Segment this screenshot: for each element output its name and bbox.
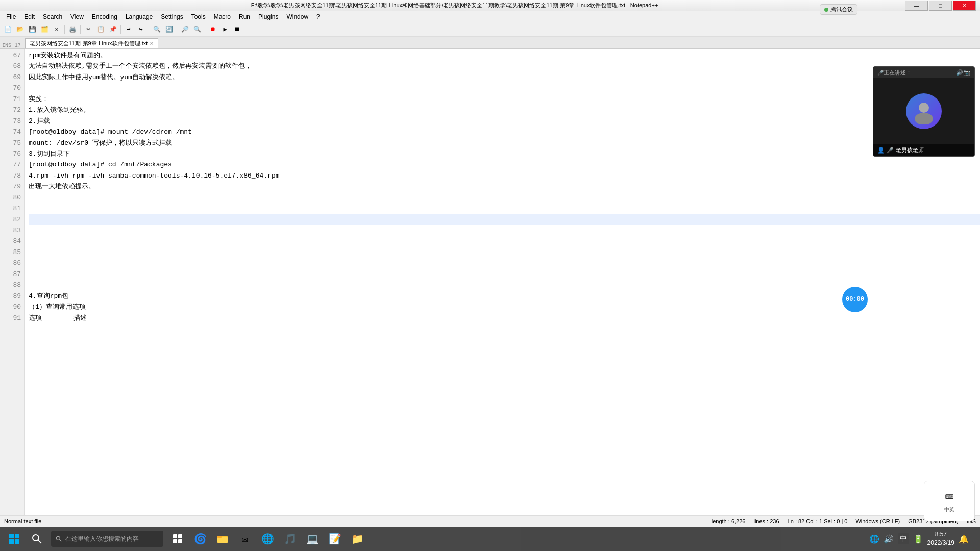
editor-line[interactable]: 无法自动解决依赖,需要手工一个个安装依赖包，然后再安装需要的软件包， [29, 61, 980, 71]
cmd-icon[interactable]: 💻 [302, 529, 323, 549]
chrome-icon[interactable]: 🌐 [257, 529, 278, 549]
editor-line[interactable]: mount: /dev/sr0 写保护，将以只读方式挂载 [29, 138, 980, 148]
taskbar-left: 在这里输入你想搜索的内容 🌀 ✉️ 🌐 🎵 💻 📝 📁 [4, 529, 368, 549]
tab-main-file[interactable]: 老男孩网络安全11期-第9章-Linux软件包管理.txt ✕ [25, 38, 159, 48]
menu-encoding[interactable]: Encoding [88, 11, 121, 22]
network-icon[interactable]: 🌐 [869, 534, 879, 544]
toolbar-find[interactable]: 🔍 [151, 24, 162, 35]
mail-icon[interactable]: ✉️ [235, 529, 255, 549]
editor-line[interactable] [29, 269, 980, 280]
toolbar-new[interactable]: 📄 [2, 24, 13, 35]
editor-line[interactable]: [root@oldboy data]# cd /mnt/Packages [29, 159, 980, 170]
notepad-icon[interactable]: 📝 [325, 529, 345, 549]
tab-close-icon[interactable]: ✕ [150, 41, 154, 46]
toolbar-save-all[interactable]: 🗂️ [39, 24, 50, 35]
editor-line[interactable] [29, 83, 980, 93]
toolbar-print[interactable]: 🖨️ [67, 24, 78, 35]
line-number: 72 [3, 105, 21, 115]
taskbar-search-box[interactable]: 在这里输入你想搜索的内容 [51, 531, 163, 547]
status-file-type: Normal text file [4, 518, 41, 524]
media-icon[interactable]: 🎵 [280, 529, 300, 549]
tab-info: INS 17 [2, 42, 25, 48]
task-view-button[interactable] [167, 529, 188, 549]
editor-line[interactable] [29, 280, 980, 290]
toolbar-undo[interactable]: ↩ [123, 24, 134, 35]
toolbar-zoom-in[interactable]: 🔎 [179, 24, 190, 35]
editor-line[interactable]: （1）查询常用选项 [29, 302, 980, 312]
video-control-1[interactable]: 🔊 [956, 69, 963, 76]
video-name-bar: 👤 🎤 老男孩老师 [873, 144, 974, 156]
editor-line[interactable]: [root@oldboy data]# mount /dev/cdrom /mn… [29, 127, 980, 137]
menu-edit[interactable]: Edit [20, 11, 39, 22]
svg-line-10 [60, 540, 62, 542]
menu-window[interactable]: Window [282, 11, 312, 22]
line-number: 91 [3, 313, 21, 323]
menu-macro[interactable]: Macro [210, 11, 235, 22]
editor-line[interactable] [29, 236, 980, 246]
start-button[interactable] [4, 529, 24, 549]
toolbar-record[interactable]: ⏺ [207, 24, 218, 35]
toolbar-open[interactable]: 📂 [14, 24, 26, 35]
menu-language[interactable]: Language [121, 11, 157, 22]
taskbar: 在这里输入你想搜索的内容 🌀 ✉️ 🌐 🎵 💻 📝 📁 🌐 🔊 [0, 527, 980, 551]
minimize-button[interactable]: — [905, 1, 928, 11]
menu-plugins[interactable]: Plugins [254, 11, 282, 22]
line-number: 82 [3, 214, 21, 225]
editor-content[interactable]: rpm安装软件是有问题的。无法自动解决依赖,需要手工一个个安装依赖包，然后再安装… [24, 49, 980, 515]
toolbar-play[interactable]: ▶ [219, 24, 231, 35]
svg-rect-12 [178, 534, 182, 538]
editor-line[interactable]: 选项 描述 [29, 313, 980, 323]
maximize-button[interactable]: □ [929, 1, 952, 11]
explorer-icon[interactable] [212, 529, 233, 549]
menu-help[interactable]: ? [312, 11, 324, 22]
menu-tools[interactable]: Tools [187, 11, 210, 22]
menu-search[interactable]: Search [39, 11, 66, 22]
translator-widget[interactable]: ⌨️ 中英 [924, 481, 975, 521]
battery-icon[interactable]: 🔋 [913, 534, 923, 544]
line-number: 86 [3, 258, 21, 268]
editor-line[interactable]: 3.切到目录下 [29, 148, 980, 159]
toolbar-separator-3 [120, 25, 121, 34]
toolbar-stop[interactable]: ⏹ [232, 24, 243, 35]
editor-line[interactable] [29, 225, 980, 236]
editor-line[interactable] [29, 214, 980, 225]
editor-line[interactable]: 2.挂载 [29, 116, 980, 127]
menu-file[interactable]: File [2, 11, 20, 22]
notification-icon[interactable]: 🔔 [959, 534, 969, 544]
video-control-2[interactable]: 📷 [963, 69, 970, 76]
editor-line[interactable] [29, 203, 980, 214]
keyboard-icon[interactable]: 中 [898, 533, 909, 544]
menu-run[interactable]: Run [235, 11, 254, 22]
toolbar-paste[interactable]: 📌 [107, 24, 118, 35]
file-manager-icon[interactable]: 📁 [347, 529, 368, 549]
toolbar-close[interactable]: ✕ [51, 24, 62, 35]
editor-line[interactable] [29, 192, 980, 203]
editor-line[interactable]: 因此实际工作中使用yum替代。yum自动解决依赖。 [29, 72, 980, 83]
editor-line[interactable]: 出现一大堆依赖提示。 [29, 181, 980, 192]
menu-settings[interactable]: Settings [157, 11, 187, 22]
toolbar-save[interactable]: 💾 [27, 24, 38, 35]
close-button[interactable]: ✕ [953, 1, 976, 11]
menu-view[interactable]: View [66, 11, 88, 22]
editor-line[interactable] [29, 258, 980, 268]
taskbar-search-placeholder: 在这里输入你想搜索的内容 [65, 535, 139, 543]
toolbar-separator-1 [64, 25, 65, 34]
toolbar-redo[interactable]: ↪ [135, 24, 146, 35]
edge-icon[interactable]: 🌀 [190, 529, 210, 549]
avatar [906, 93, 942, 129]
toolbar-zoom-out[interactable]: 🔍 [191, 24, 203, 35]
editor-line[interactable]: 4.rpm -ivh rpm -ivh samba-common-tools-4… [29, 170, 980, 181]
editor-line[interactable] [29, 247, 980, 258]
toolbar-replace[interactable]: 🔄 [163, 24, 175, 35]
editor-line[interactable]: 4.查询rpm包 [29, 291, 980, 302]
volume-icon[interactable]: 🔊 [884, 534, 894, 544]
toolbar-copy[interactable]: 📋 [95, 24, 106, 35]
editor-line[interactable]: 1.放入镜像到光驱。 [29, 105, 980, 115]
toolbar-cut[interactable]: ✂️ [83, 24, 94, 35]
tencent-badge[interactable]: 腾讯会议 [820, 4, 857, 15]
timer-bubble[interactable]: 00:00 [842, 287, 868, 312]
editor-line[interactable]: 实践： [29, 94, 980, 105]
show-desktop-button[interactable] [973, 529, 976, 549]
editor-line[interactable]: rpm安装软件是有问题的。 [29, 50, 980, 61]
search-taskbar-button[interactable] [27, 529, 47, 549]
